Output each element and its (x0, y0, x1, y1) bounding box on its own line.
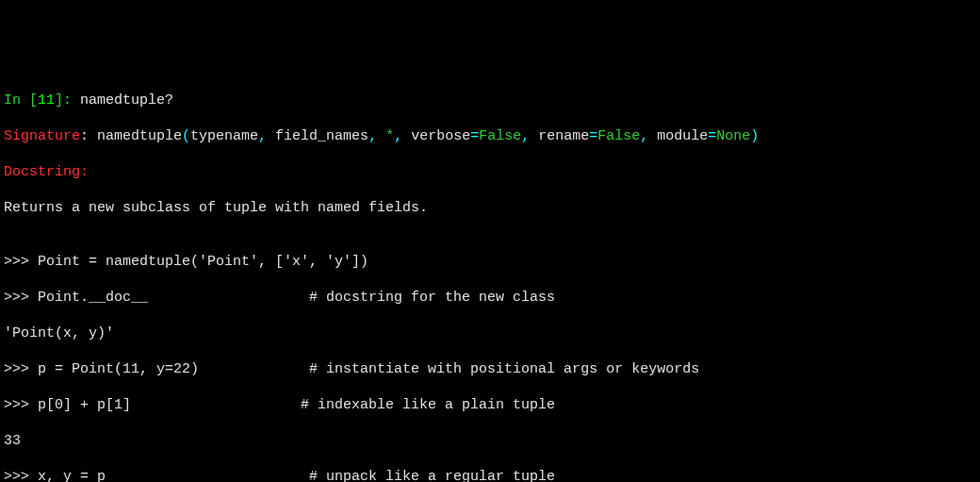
comment: # unpack like a regular tuple (309, 469, 555, 482)
sig-p4: rename (538, 128, 589, 144)
sig-p5: module (657, 128, 708, 144)
sig-eq2: = (589, 128, 597, 144)
signature-line: Signature: namedtuple(typename, field_na… (4, 127, 976, 145)
sig-open: ( (182, 128, 190, 144)
sig-v3: None (716, 128, 750, 144)
pad (131, 397, 301, 413)
example-line: >>> p[0] + p[1] # indexable like a plain… (4, 396, 976, 414)
sig-p3: verbose (411, 128, 470, 144)
comment: # docstring for the new class (309, 290, 555, 306)
sig-eq1: = (470, 128, 479, 144)
sig-colon: : (80, 128, 97, 144)
code: >>> p = Point(11, y=22) (4, 361, 199, 377)
pad (148, 290, 309, 306)
comment: # instantiate with positional args or ke… (309, 361, 699, 377)
input-prompt-line: In [11]: namedtuple? (4, 91, 976, 109)
sig-c5: , (640, 128, 657, 144)
sig-star: * (385, 128, 394, 144)
sig-p1: typename (190, 128, 258, 144)
in-close: ]: (55, 92, 80, 108)
in-number: 11 (38, 92, 55, 108)
code: >>> Point.__doc__ (4, 290, 148, 306)
terminal-output[interactable]: In [11]: namedtuple? Signature: namedtup… (4, 74, 976, 482)
sig-v2: False (597, 128, 640, 144)
sig-c2: , (368, 128, 385, 144)
example-line: >>> x, y = p # unpack like a regular tup… (4, 468, 976, 482)
docstring-text: Returns a new subclass of tuple with nam… (4, 199, 976, 217)
signature-label: Signature (4, 128, 80, 144)
sig-fn: namedtuple (97, 128, 182, 144)
example-line: 'Point(x, y)' (4, 324, 976, 342)
sig-c3: , (394, 128, 411, 144)
in-label: In [ (4, 92, 38, 108)
sig-c4: , (521, 128, 538, 144)
pad (106, 469, 309, 482)
comment: # indexable like a plain tuple (301, 397, 555, 413)
pad (199, 361, 309, 377)
sig-close: ) (750, 128, 759, 144)
example-line: >>> p = Point(11, y=22) # instantiate wi… (4, 360, 976, 378)
input-command: namedtuple? (80, 92, 173, 108)
sig-p2: field_names (275, 128, 368, 144)
example-line: >>> Point = namedtuple('Point', ['x', 'y… (4, 253, 976, 271)
example-line: 33 (4, 432, 976, 450)
code: >>> x, y = p (4, 469, 106, 482)
sig-eq3: = (708, 128, 716, 144)
sig-v1: False (479, 128, 521, 144)
code: >>> p[0] + p[1] (4, 397, 131, 413)
sig-c1: , (258, 128, 275, 144)
example-line: >>> Point.__doc__ # docstring for the ne… (4, 289, 976, 307)
docstring-label: Docstring: (4, 163, 976, 181)
